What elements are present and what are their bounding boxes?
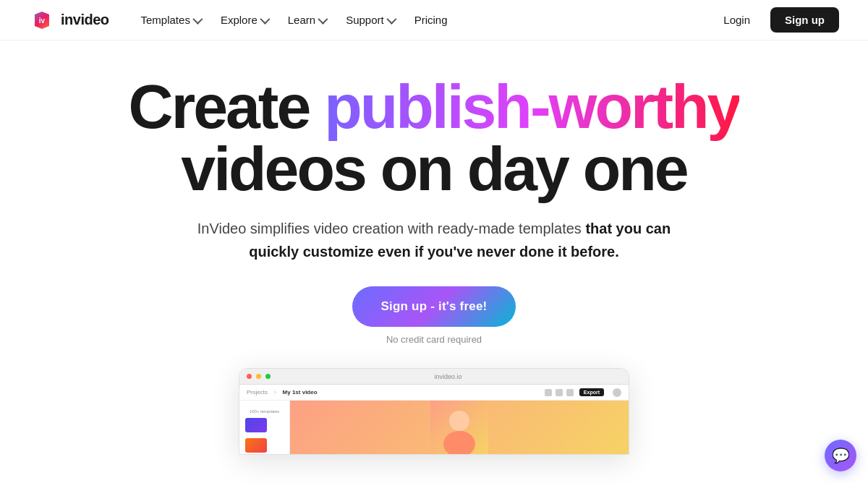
template-thumb-1[interactable] — [245, 418, 267, 432]
nav-item-pricing[interactable]: Pricing — [406, 8, 456, 32]
toolbar-icon-redo[interactable] — [556, 389, 563, 396]
preview-container: invideo.io Projects > My 1st video Expor… — [239, 368, 629, 455]
browser-dot-red — [247, 374, 252, 379]
chevron-down-icon — [192, 14, 203, 24]
hero-section: Create publish-worthy videos on day one … — [0, 40, 868, 455]
toolbar-icons — [545, 389, 574, 396]
export-button[interactable]: Export — [579, 388, 604, 396]
avatar — [613, 388, 621, 397]
navbar: iv invideo Templates Explore Learn Suppo… — [0, 0, 868, 40]
browser-url: invideo.io — [275, 373, 621, 380]
toolbar-breadcrumb: Projects — [247, 389, 268, 396]
app-sidebar: 100+ templates — [239, 401, 290, 455]
video-placeholder-graphic — [430, 401, 488, 455]
browser-bar: invideo.io — [239, 369, 629, 385]
logo-icon: iv — [29, 7, 55, 33]
chevron-down-icon — [318, 14, 328, 24]
hero-subtitle: InVideo simplifies video creation with r… — [188, 217, 680, 263]
nav-item-learn[interactable]: Learn — [279, 8, 334, 32]
browser-dot-yellow — [256, 374, 261, 379]
app-main-canvas — [290, 401, 629, 455]
chevron-down-icon — [260, 14, 270, 24]
login-button[interactable]: Login — [715, 8, 759, 32]
nav-item-support[interactable]: Support — [337, 8, 403, 32]
toolbar-icon-settings[interactable] — [566, 389, 574, 396]
svg-text:iv: iv — [39, 17, 46, 25]
app-body: 100+ templates — [239, 401, 629, 455]
templates-label: 100+ templates — [244, 409, 285, 414]
chevron-down-icon — [386, 14, 396, 24]
signup-button[interactable]: Sign up — [770, 7, 839, 33]
nav-item-templates[interactable]: Templates — [132, 8, 209, 32]
sidebar-item-1 — [244, 416, 285, 434]
browser-dot-green — [265, 374, 271, 379]
hero-headline: Create publish-worthy videos on day one — [129, 75, 740, 200]
chat-widget[interactable]: 💬 — [825, 440, 856, 471]
logo[interactable]: iv invideo — [29, 7, 109, 33]
toolbar-icon-undo[interactable] — [545, 389, 552, 396]
nav-item-explore[interactable]: Explore — [212, 8, 276, 32]
video-canvas — [290, 401, 629, 455]
template-thumb-2[interactable] — [245, 438, 267, 453]
toolbar-separator: > — [273, 389, 277, 396]
sidebar-item-2 — [244, 437, 285, 454]
chat-icon: 💬 — [832, 447, 850, 464]
logo-text: invideo — [61, 12, 109, 28]
nav-right: Login Sign up — [715, 7, 839, 33]
hero-cta-button[interactable]: Sign up - it's free! — [352, 286, 516, 327]
nav-links: Templates Explore Learn Support Pricing — [132, 8, 715, 32]
preview-window: invideo.io Projects > My 1st video Expor… — [239, 368, 629, 455]
toolbar-project-title: My 1st video — [283, 389, 318, 396]
app-toolbar: Projects > My 1st video Export — [239, 385, 629, 401]
svg-point-3 — [449, 411, 469, 431]
no-credit-text: No credit card required — [386, 334, 482, 345]
